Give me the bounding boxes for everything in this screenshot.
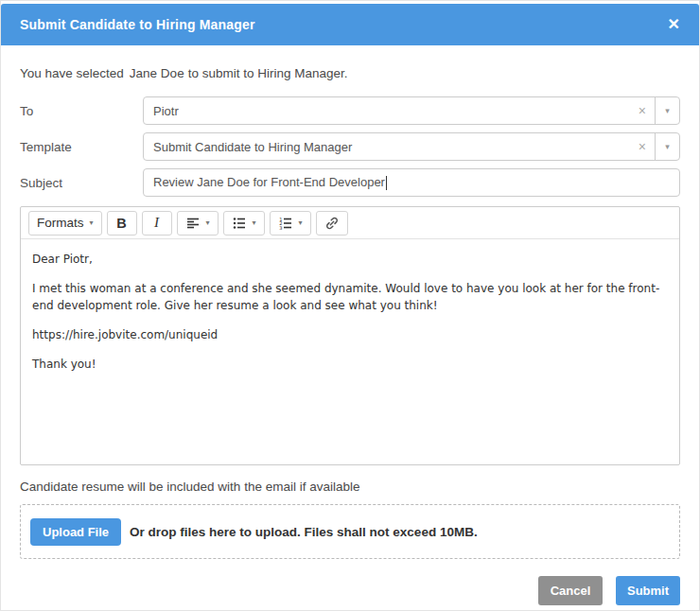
align-chevron-down-icon: ▾ (206, 218, 210, 227)
subject-value: Review Jane Doe for Front-End Developer (144, 175, 679, 190)
bullet-list-button[interactable]: ▾ (223, 211, 265, 236)
numbered-list-chevron-down-icon: ▾ (299, 218, 303, 227)
to-label: To (20, 104, 143, 118)
bullet-list-chevron-down-icon: ▾ (253, 218, 256, 227)
close-icon[interactable]: ✕ (668, 17, 680, 32)
template-value: Submit Candidate to Hiring Manager (144, 140, 630, 154)
subject-row: Subject Review Jane Doe for Front-End De… (20, 168, 680, 197)
submit-button[interactable]: Submit (616, 576, 680, 605)
dropzone-hint: Or drop files here to upload. Files shal… (130, 525, 478, 539)
subject-label: Subject (20, 176, 143, 190)
submit-candidate-modal: Submit Candidate to Hiring Manager ✕ You… (0, 0, 700, 611)
modal-footer: Cancel Submit (1, 576, 699, 605)
italic-button[interactable]: I (142, 211, 172, 236)
upload-file-button[interactable]: Upload File (30, 518, 121, 546)
align-left-icon (185, 216, 201, 231)
selection-summary: You have selectedJane Doeto submit to Hi… (20, 66, 680, 80)
template-combobox[interactable]: Submit Candidate to Hiring Manager × ▾ (143, 132, 680, 161)
template-clear-icon[interactable]: × (630, 139, 655, 154)
modal-content: You have selectedJane Doeto submit to Hi… (1, 66, 699, 559)
to-chevron-down-icon[interactable]: ▾ (655, 97, 679, 124)
text-cursor (386, 176, 387, 190)
link-icon (324, 216, 340, 231)
template-chevron-down-icon[interactable]: ▾ (655, 133, 679, 160)
to-value: Piotr (144, 104, 630, 118)
to-combobox[interactable]: Piotr × ▾ (143, 96, 680, 125)
candidate-name: Jane Doe (130, 66, 184, 80)
numbered-list-button[interactable]: 123 ▾ (270, 211, 311, 236)
svg-text:3: 3 (279, 224, 282, 230)
numbered-list-icon: 123 (278, 216, 293, 231)
modal-header: Submit Candidate to Hiring Manager ✕ (1, 4, 699, 45)
resume-note: Candidate resume will be included with t… (20, 480, 680, 494)
email-paragraph: https://hire.jobvite.com/uniqueid (32, 326, 668, 343)
template-row: Template Submit Candidate to Hiring Mana… (20, 132, 680, 161)
template-label: Template (20, 140, 143, 154)
link-button[interactable] (316, 211, 348, 236)
to-clear-icon[interactable]: × (630, 103, 655, 118)
cancel-button[interactable]: Cancel (538, 576, 603, 605)
formats-button[interactable]: Formats ▾ (28, 211, 102, 236)
email-paragraph: I met this woman at a conference and she… (32, 280, 668, 314)
align-button[interactable]: ▾ (177, 211, 219, 236)
editor-toolbar: Formats ▾ B I ▾ (21, 207, 679, 239)
file-dropzone[interactable]: Upload File Or drop files here to upload… (20, 504, 680, 559)
email-form: To Piotr × ▾ Template Submit Candidate t… (20, 96, 680, 197)
intro-suffix: to submit to Hiring Manager. (188, 66, 348, 80)
email-paragraph: Thank you! (32, 356, 668, 373)
email-paragraph: Dear Piotr, (32, 251, 668, 268)
bullet-list-icon (232, 216, 247, 231)
modal-title: Submit Candidate to Hiring Manager (20, 17, 255, 32)
to-row: To Piotr × ▾ (20, 96, 680, 125)
bold-button[interactable]: B (107, 211, 137, 236)
rich-text-editor: Formats ▾ B I ▾ (20, 206, 680, 465)
subject-input[interactable]: Review Jane Doe for Front-End Developer (143, 168, 680, 197)
email-body-editor[interactable]: Dear Piotr, I met this woman at a confer… (21, 239, 679, 465)
intro-prefix: You have selected (20, 66, 124, 80)
formats-chevron-down-icon: ▾ (90, 218, 94, 227)
